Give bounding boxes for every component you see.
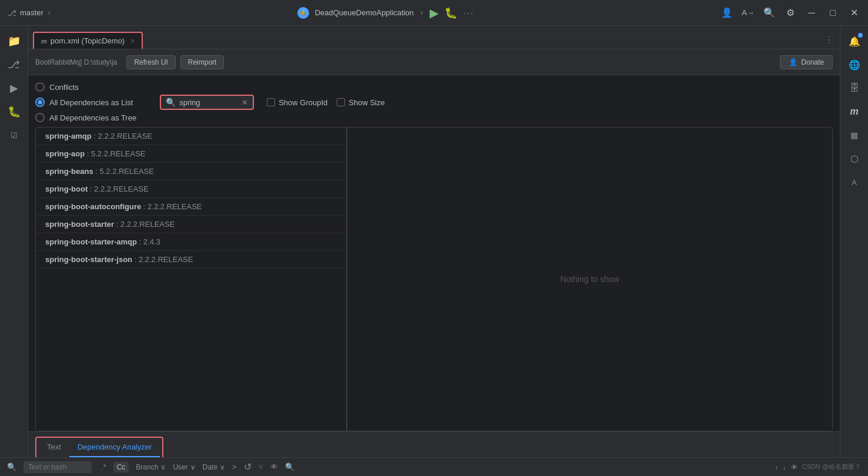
translate-icon[interactable]: A→ bbox=[741, 6, 755, 20]
groupid-checkbox-box[interactable] bbox=[267, 98, 275, 106]
show-size-label: Show Size bbox=[348, 98, 384, 107]
conflicts-radio-circle[interactable] bbox=[35, 82, 45, 92]
dep-name: spring-boot-starter-amqp bbox=[45, 237, 137, 246]
dep-list-item[interactable]: spring-beans : 5.2.2.RELEASE bbox=[36, 163, 346, 180]
case-sensitive-cc[interactable]: Cc bbox=[113, 462, 129, 472]
table-icon[interactable]: ▦ bbox=[844, 125, 865, 146]
radio-all-deps-list[interactable]: All Dependencies as List bbox=[35, 98, 136, 107]
refresh-ui-button[interactable]: Refresh UI bbox=[126, 55, 175, 69]
app-title-chevron: ∨ bbox=[420, 9, 424, 16]
search-box[interactable]: 🔍 ✕ bbox=[160, 95, 254, 110]
all-deps-tree-label: All Dependencies as Tree bbox=[49, 113, 136, 122]
top-bar-center: 🐝 DeadQueueDemoApplication ∨ ▶ 🐛 ⋯ bbox=[51, 6, 720, 20]
all-deps-list-label: All Dependencies as List bbox=[49, 98, 133, 107]
fork-icon[interactable]: ⑂ bbox=[259, 462, 263, 471]
notification-dot bbox=[858, 33, 863, 38]
run-button[interactable]: ▶ bbox=[430, 6, 438, 20]
status-search-box[interactable] bbox=[24, 461, 92, 473]
minimize-button[interactable]: ─ bbox=[805, 6, 819, 20]
nothing-to-show-text: Nothing to show bbox=[560, 274, 619, 284]
dep-list-item[interactable]: spring-boot : 2.2.2.RELEASE bbox=[36, 180, 346, 198]
sidebar-project-icon[interactable]: 📁 bbox=[4, 31, 25, 52]
all-deps-tree-radio-circle[interactable] bbox=[35, 113, 45, 122]
dep-name: spring-aop bbox=[45, 149, 85, 158]
dep-name: spring-boot-autoconfigure bbox=[45, 202, 141, 211]
sidebar-debug-icon[interactable]: 🐛 bbox=[4, 101, 25, 122]
eye-right-icon[interactable]: 👁 bbox=[791, 464, 797, 471]
right-sidebar: 🔔 🌐 🗄 m ▦ ⬡ A bbox=[840, 26, 868, 457]
db-icon[interactable]: 🗄 bbox=[844, 78, 865, 99]
file-tab-pom[interactable]: m pom.xml (TopicDemo) × bbox=[33, 32, 143, 49]
top-bar-left: ⎇ master ∨ bbox=[7, 8, 51, 18]
dep-list-item[interactable]: spring-aop : 5.2.2.RELEASE bbox=[36, 145, 346, 163]
left-sidebar: 📁 ⎇ ▶ 🐛 ☑ bbox=[0, 26, 28, 457]
radio-group: Conflicts All Dependencies as List All D… bbox=[35, 82, 136, 122]
m-editor-icon[interactable]: m bbox=[844, 101, 865, 122]
user-filter[interactable]: User ∨ bbox=[173, 463, 195, 471]
dep-list-item[interactable]: spring-boot-starter-amqp : 2.4.3 bbox=[36, 233, 346, 251]
arrow-down-icon[interactable]: ↓ bbox=[783, 464, 786, 471]
show-groupid-checkbox[interactable]: Show GroupId bbox=[267, 98, 327, 107]
sidebar-commit-icon[interactable]: ⎇ bbox=[4, 54, 25, 75]
dep-version: : 2.2.2.RELEASE bbox=[92, 132, 152, 140]
tab-close-button[interactable]: × bbox=[130, 37, 135, 45]
tab-text[interactable]: Text bbox=[39, 438, 69, 457]
user-filter-label: User bbox=[173, 463, 187, 471]
dep-list-item[interactable]: spring-boot-starter : 2.2.2.RELEASE bbox=[36, 216, 346, 233]
user-filter-chevron: ∨ bbox=[190, 463, 196, 471]
sidebar-todo-icon[interactable]: ☑ bbox=[4, 125, 25, 146]
branch-filter[interactable]: Branch ∨ bbox=[136, 463, 166, 471]
status-search-input[interactable] bbox=[28, 463, 87, 471]
sidebar-run-icon[interactable]: ▶ bbox=[4, 78, 25, 99]
refresh-status-icon[interactable]: ↺ bbox=[244, 461, 252, 472]
date-filter[interactable]: Date ∨ bbox=[203, 463, 225, 471]
navigate-right-icon[interactable]: > bbox=[232, 462, 237, 471]
search-clear-button[interactable]: ✕ bbox=[242, 98, 248, 107]
regex-dot-star[interactable]: .* bbox=[101, 462, 106, 471]
size-checkbox-box[interactable] bbox=[337, 98, 345, 106]
show-size-checkbox[interactable]: Show Size bbox=[337, 98, 384, 107]
app-title: DeadQueueDemoApplication bbox=[315, 8, 414, 17]
conflicts-label: Conflicts bbox=[49, 83, 79, 92]
dep-version: : 2.2.2.RELEASE bbox=[141, 202, 202, 211]
plugin-icon[interactable]: ⬡ bbox=[844, 148, 865, 169]
dep-name: spring-amqp bbox=[45, 132, 92, 140]
eye-icon[interactable]: 👁 bbox=[270, 462, 278, 471]
search-history-icon[interactable]: 🔍 bbox=[285, 462, 294, 471]
top-bar: ⎇ master ∨ 🐝 DeadQueueDemoApplication ∨ … bbox=[0, 0, 868, 26]
dep-list-item[interactable]: spring-amqp : 2.2.2.RELEASE bbox=[36, 128, 346, 145]
dep-list: spring-amqp : 2.2.2.RELEASEspring-aop : … bbox=[36, 128, 347, 431]
debug-button[interactable]: 🐛 bbox=[444, 6, 457, 19]
dep-list-item[interactable]: spring-boot-autoconfigure : 2.2.2.RELEAS… bbox=[36, 198, 346, 216]
settings-icon[interactable]: ⚙ bbox=[783, 6, 797, 20]
dep-version: : 5.2.2.RELEASE bbox=[85, 149, 145, 158]
maximize-button[interactable]: □ bbox=[826, 6, 840, 20]
web-icon[interactable]: 🌐 bbox=[844, 54, 865, 75]
search-input[interactable] bbox=[179, 98, 238, 107]
close-button[interactable]: ✕ bbox=[847, 6, 861, 20]
reimport-button[interactable]: Reimport bbox=[180, 55, 224, 69]
more-button[interactable]: ⋯ bbox=[463, 6, 474, 19]
dep-name: spring-boot-starter-json bbox=[45, 255, 132, 264]
radio-conflicts[interactable]: Conflicts bbox=[35, 82, 136, 92]
dep-version: : 2.2.2.RELEASE bbox=[88, 185, 148, 193]
tab-more-button[interactable]: ⋮ bbox=[819, 31, 840, 49]
status-bar: 🔍 .* Cc Branch ∨ User ∨ Date ∨ > ↺ ⑂ 👁 🔍… bbox=[0, 457, 868, 476]
branch-filter-label: Branch bbox=[136, 463, 158, 471]
search-icon[interactable]: 🔍 bbox=[762, 6, 776, 20]
arrow-up-icon[interactable]: ↑ bbox=[775, 464, 779, 471]
dep-list-item[interactable]: spring-boot-starter-json : 2.2.2.RELEASE bbox=[36, 251, 346, 269]
all-deps-list-radio-circle[interactable] bbox=[35, 98, 45, 107]
date-filter-chevron: ∨ bbox=[220, 463, 225, 471]
tab-dependency-analyzer[interactable]: Dependency Analyzer bbox=[69, 438, 160, 457]
dep-detail-panel: Nothing to show bbox=[347, 128, 832, 431]
translate-right-icon[interactable]: A bbox=[844, 172, 865, 193]
branch-label[interactable]: master bbox=[20, 8, 43, 17]
radio-all-deps-tree[interactable]: All Dependencies as Tree bbox=[35, 113, 136, 122]
content-area: m pom.xml (TopicDemo) × ⋮ BootRabbitMq] … bbox=[28, 26, 840, 457]
add-profile-icon[interactable]: 👤 bbox=[720, 6, 734, 20]
dep-version: : 5.2.2.RELEASE bbox=[93, 167, 154, 176]
donate-button[interactable]: 👤 Donate bbox=[780, 55, 833, 69]
branch-chevron: ∨ bbox=[47, 9, 51, 16]
notification-icon[interactable]: 🔔 bbox=[844, 31, 865, 52]
